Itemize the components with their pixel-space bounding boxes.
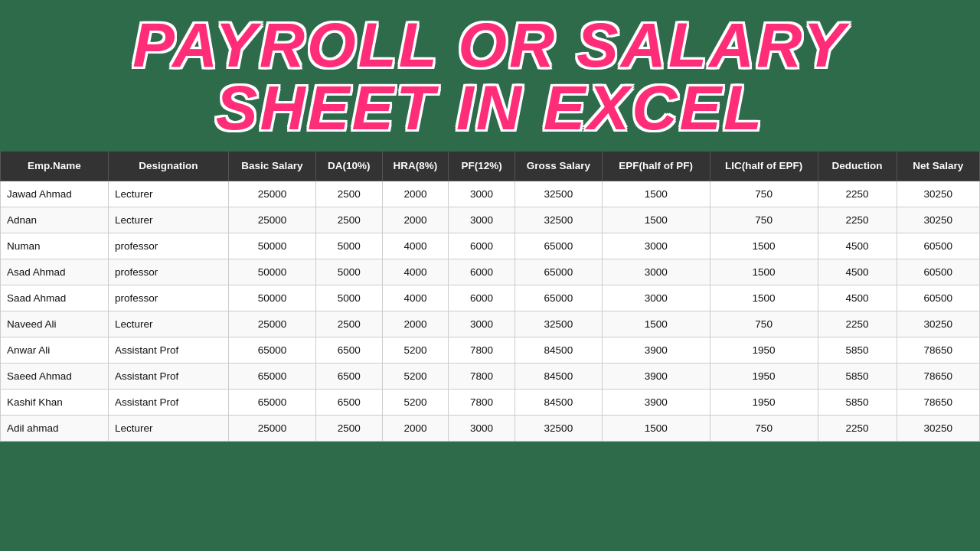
table-cell: Anwar Ali	[1, 337, 109, 363]
table-cell: 30250	[897, 181, 979, 207]
table-cell: Lecturer	[108, 207, 228, 233]
table-cell: 1500	[602, 415, 710, 441]
table-cell: 1500	[602, 311, 710, 337]
table-cell: 7800	[449, 337, 515, 363]
table-cell: 30250	[897, 415, 979, 441]
table-cell: 30250	[897, 311, 979, 337]
table-cell: Naveed Ali	[1, 311, 109, 337]
table-cell: Adnan	[1, 207, 109, 233]
table-cell: 78650	[897, 389, 979, 415]
table-cell: 5200	[382, 363, 449, 389]
table-cell: 750	[710, 311, 818, 337]
table-cell: Lecturer	[108, 311, 228, 337]
table-cell: 3900	[602, 337, 710, 363]
table-cell: 25000	[229, 415, 316, 441]
table-cell: 3900	[602, 389, 710, 415]
table-cell: 65000	[229, 363, 316, 389]
table-row: AdnanLecturer250002500200030003250015007…	[1, 207, 980, 233]
table-cell: 3900	[602, 363, 710, 389]
table-cell: 5850	[818, 389, 897, 415]
table-cell: professor	[108, 259, 228, 285]
table-cell: 60500	[897, 233, 979, 259]
table-cell: 6500	[315, 363, 382, 389]
table-cell: 6000	[449, 233, 515, 259]
table-cell: 2500	[315, 207, 382, 233]
table-cell: 60500	[897, 285, 979, 311]
table-row: Kashif KhanAssistant Prof650006500520078…	[1, 389, 980, 415]
table-cell: 6000	[449, 285, 515, 311]
col-basic-salary: Basic Salary	[229, 152, 316, 181]
table-cell: 6500	[315, 337, 382, 363]
table-cell: 84500	[514, 389, 602, 415]
table-cell: 750	[710, 181, 818, 207]
table-cell: Saeed Ahmad	[1, 363, 109, 389]
table-cell: 2000	[382, 181, 449, 207]
table-cell: 5200	[382, 337, 449, 363]
table-cell: 4500	[818, 285, 897, 311]
table-header-row: Emp.Name Designation Basic Salary DA(10%…	[1, 152, 980, 181]
table-cell: 7800	[449, 389, 515, 415]
table-cell: Jawad Ahmad	[1, 181, 109, 207]
table-cell: 3000	[602, 285, 710, 311]
col-hra: HRA(8%)	[382, 152, 449, 181]
table-cell: 1500	[710, 233, 818, 259]
table-cell: 750	[710, 415, 818, 441]
col-gross-salary: Gross Salary	[514, 152, 602, 181]
table-cell: 6000	[449, 259, 515, 285]
table-cell: 3000	[449, 311, 515, 337]
table-cell: 3000	[602, 259, 710, 285]
table-cell: 4500	[818, 259, 897, 285]
table-cell: 50000	[229, 285, 316, 311]
table-cell: 2250	[818, 415, 897, 441]
table-cell: 78650	[897, 337, 979, 363]
table-row: Jawad AhmadLecturer250002500200030003250…	[1, 181, 980, 207]
table-cell: 2000	[382, 311, 449, 337]
table-cell: 1500	[602, 207, 710, 233]
table-cell: 2000	[382, 415, 449, 441]
table-cell: 5850	[818, 337, 897, 363]
table-cell: 32500	[514, 311, 602, 337]
table-cell: professor	[108, 233, 228, 259]
table-cell: Assistant Prof	[108, 389, 228, 415]
table-cell: 3000	[449, 181, 515, 207]
table-cell: 84500	[514, 363, 602, 389]
table-cell: 4000	[382, 259, 449, 285]
table-cell: 84500	[514, 337, 602, 363]
col-pf: PF(12%)	[449, 152, 515, 181]
payroll-table: Emp.Name Designation Basic Salary DA(10%…	[0, 151, 980, 442]
col-epf: EPF(half of PF)	[602, 152, 710, 181]
table-cell: 65000	[514, 259, 602, 285]
table-row: Asad Ahmadprofessor500005000400060006500…	[1, 259, 980, 285]
table-cell: 2250	[818, 207, 897, 233]
table-cell: 25000	[229, 311, 316, 337]
table-cell: 4000	[382, 285, 449, 311]
table-cell: 50000	[229, 259, 316, 285]
table-cell: 2250	[818, 181, 897, 207]
col-deduction: Deduction	[818, 152, 897, 181]
table-cell: 65000	[229, 389, 316, 415]
table-cell: 2500	[315, 415, 382, 441]
table-cell: Numan	[1, 233, 109, 259]
table-cell: 5850	[818, 363, 897, 389]
table-cell: 5000	[315, 285, 382, 311]
table-cell: 25000	[229, 207, 316, 233]
table-cell: Asad Ahmad	[1, 259, 109, 285]
table-cell: 1950	[710, 337, 818, 363]
table-cell: Adil ahmad	[1, 415, 109, 441]
table-cell: 65000	[514, 233, 602, 259]
table-row: Numanprofessor50000500040006000650003000…	[1, 233, 980, 259]
table-cell: professor	[108, 285, 228, 311]
col-da: DA(10%)	[315, 152, 382, 181]
table-cell: 65000	[514, 285, 602, 311]
table-cell: 1500	[710, 259, 818, 285]
table-cell: 6500	[315, 389, 382, 415]
table-cell: 1500	[602, 181, 710, 207]
table-cell: 4000	[382, 233, 449, 259]
col-lic: LIC(half of EPF)	[710, 152, 818, 181]
col-emp-name: Emp.Name	[1, 152, 109, 181]
table-row: Saeed AhmadAssistant Prof650006500520078…	[1, 363, 980, 389]
table-container: Emp.Name Designation Basic Salary DA(10%…	[0, 151, 980, 442]
table-row: Naveed AliLecturer2500025002000300032500…	[1, 311, 980, 337]
table-cell: 78650	[897, 363, 979, 389]
table-cell: 25000	[229, 181, 316, 207]
